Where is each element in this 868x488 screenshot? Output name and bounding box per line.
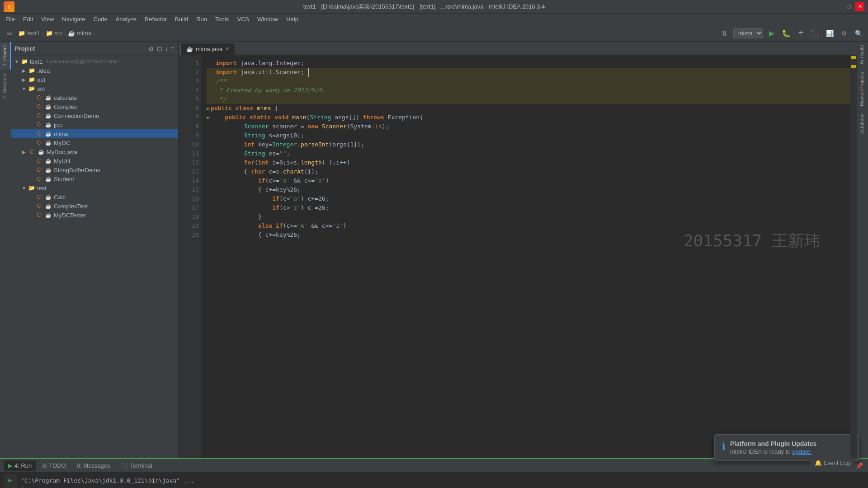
run-output: "C:\Program Files\Java\jdk1.8.0_121\bin\… (17, 474, 864, 488)
connection-file-icon: ☕ (44, 112, 52, 119)
run-pin-btn[interactable]: 📌 (854, 461, 864, 471)
settings-button[interactable]: ⚙ (838, 28, 850, 39)
tree-item-calc[interactable]: C ☕ Calc (11, 192, 178, 202)
tree-item-mima[interactable]: C ☕ mima (11, 129, 178, 138)
stop-button[interactable]: ⬛ (809, 28, 821, 39)
tree-item-complextest[interactable]: C ☕ ComplexTest (11, 202, 178, 211)
menu-window[interactable]: Window (254, 14, 282, 24)
tree-item-mydc[interactable]: C ☕ MyDC (11, 138, 178, 147)
maximize-button[interactable]: □ (844, 2, 854, 11)
menu-help[interactable]: Help (283, 14, 302, 24)
tree-item-myutil[interactable]: C ☕ MyUtil (11, 156, 178, 165)
editor-tab-mima[interactable]: ☕ mima.java ✕ (180, 43, 235, 55)
tree-item-test[interactable]: ▼ 📂 test (11, 183, 178, 192)
src-folder-icon: 📂 (28, 85, 36, 92)
tree-toolbar-settings[interactable]: ⚙ (148, 45, 154, 52)
tree-item-calculate[interactable]: C ☕ calculate (11, 93, 178, 102)
tree-item-student[interactable]: C ☕ Student (11, 174, 178, 183)
tree-item-complex[interactable]: C ☕ Complex (11, 102, 178, 111)
code-line-20: { c+=key%26; (207, 230, 851, 239)
tab-close-mima[interactable]: ✕ (225, 46, 229, 52)
structure-panel-tab[interactable]: 2: Structure (0, 70, 11, 103)
run-config-select[interactable]: mima (733, 28, 763, 38)
run-sidebar: ▶ ↩ ⬛ ⏸ 📋 ⊞ ≡ (4, 474, 17, 488)
run-play-btn[interactable]: ▶ (5, 476, 15, 484)
tree-content: ▼ 📁 text1 D:\daima\java实验\20155317\text1… (11, 56, 178, 458)
messages-tab[interactable]: 0: Messages (72, 460, 115, 471)
coverage-button[interactable]: ☂ (795, 28, 807, 39)
tree-item-connection-demo[interactable]: C ☕ ConnectionDemo (11, 111, 178, 120)
code-content[interactable]: import java.lang.Integer; import java.ut… (201, 55, 857, 458)
myutil-file-icon: ☕ (44, 157, 52, 164)
tree-item-idea[interactable]: ▶ 📁 .idea (11, 66, 178, 75)
breadcrumb-mima[interactable]: mima (77, 30, 91, 37)
close-button[interactable]: ✕ (855, 2, 864, 11)
project-panel-tab[interactable]: 1: Project (0, 42, 11, 70)
calculate-icon: C (35, 94, 43, 101)
menu-run[interactable]: Run (193, 14, 211, 24)
tree-label-complex: Complex (54, 103, 77, 110)
menu-code[interactable]: Code (90, 14, 111, 24)
left-panel-tabs: 1: Project 2: Structure (0, 42, 11, 458)
tree-toolbar-options[interactable]: ≡ (171, 45, 175, 52)
editor-area: ☕ mima.java ✕ 1 2 3 4 5 6 7 8 9 10 (179, 42, 857, 458)
tree-item-src[interactable]: ▼ 📂 src (11, 84, 178, 93)
myutil-icon: C (35, 157, 43, 164)
nav-sync-icon[interactable]: ⇅ (719, 28, 731, 39)
breadcrumb-src-icon: 📁 (46, 30, 53, 37)
breadcrumb-project-icon: 📁 (18, 30, 25, 37)
menu-vcs[interactable]: VCS (233, 14, 253, 24)
tree-label-calculate: calculate (54, 94, 77, 101)
menu-view[interactable]: View (38, 14, 57, 24)
tree-item-mydoc[interactable]: ▶ C ☕ MyDoc.java (11, 147, 178, 156)
breadcrumb: 📁 text1 › 📁 src › ☕ mima › (18, 30, 95, 37)
maven-projects-tab[interactable]: Maven Projects (857, 68, 868, 110)
tree-toolbar-scroll[interactable]: ↕ (165, 45, 168, 52)
code-line-7: ▶ public static void main ( String args[… (207, 113, 851, 122)
event-log-tab[interactable]: 🔔 Event Log (810, 458, 854, 468)
code-line-4: * Created by wang on 2017/5/4. (207, 86, 851, 95)
run-tab[interactable]: ▶ 4: Run (4, 460, 36, 471)
profile-button[interactable]: 📊 (824, 28, 835, 39)
run-rerun-btn[interactable]: ↩ (5, 486, 15, 488)
terminal-tab[interactable]: ⬛ Terminal (117, 460, 157, 471)
run-button[interactable]: ▶ (766, 28, 778, 39)
debug-button[interactable]: 🐛 (780, 28, 792, 39)
menu-refactor[interactable]: Refactor (141, 14, 170, 24)
notification-link[interactable]: update. (792, 448, 811, 455)
code-line-2: import java.util.Scanner; (207, 68, 851, 77)
code-line-13: { char c=s. charAt (i); (207, 167, 851, 176)
tree-arrow-src: ▼ (20, 86, 28, 91)
search-everywhere-button[interactable]: 🔍 (853, 28, 864, 39)
tree-label-stringbuffer: StringBufferDemo (54, 167, 100, 174)
tree-label-mydc: MyDC (54, 140, 70, 146)
todo-tab[interactable]: 6: TODO (38, 460, 71, 471)
breadcrumb-mima-icon: ☕ (68, 30, 75, 37)
connection-icon: C (35, 112, 43, 119)
menu-file[interactable]: File (2, 14, 19, 24)
menu-edit[interactable]: Edit (19, 14, 37, 24)
code-editor[interactable]: 1 2 3 4 5 6 7 8 9 10 11 12 13 14 15 16 1… (179, 55, 857, 458)
breadcrumb-sep3: › (93, 30, 95, 37)
menu-navigate[interactable]: Navigate (58, 14, 89, 24)
database-tab[interactable]: Database (857, 110, 868, 138)
tree-toolbar-collapse[interactable]: ⊟ (157, 45, 162, 52)
breadcrumb-text1[interactable]: text1 (27, 30, 40, 37)
menu-build[interactable]: Build (171, 14, 192, 24)
bottom-tabs: ▶ 4: Run 6: TODO 0: Messages ⬛ Terminal … (0, 459, 868, 473)
minimize-button[interactable]: ─ (834, 2, 843, 11)
ant-build-tab[interactable]: Ant build (857, 42, 868, 68)
tree-item-out[interactable]: ▶ 📁 out (11, 75, 178, 84)
tree-item-mydctester[interactable]: C ☕ MyDCTester (11, 211, 178, 220)
nav-back-button[interactable]: ⇔ (4, 28, 15, 39)
tree-item-stringbuffer[interactable]: C ☕ StringBufferDemo (11, 165, 178, 174)
tree-item-jjcc[interactable]: C ☕ jjcc (11, 120, 178, 129)
breadcrumb-src[interactable]: src (55, 30, 62, 37)
messages-tab-label: 0: Messages (77, 462, 110, 469)
code-line-19: else if (c>= 'A' && c<= 'Z' ) (207, 221, 851, 230)
menu-tools[interactable]: Tools (212, 14, 232, 24)
mydctester-file-icon: ☕ (44, 211, 52, 219)
tab-label-mima: mima.java (196, 46, 222, 52)
menu-analyze[interactable]: Analyze (112, 14, 140, 24)
tree-item-text1[interactable]: ▼ 📁 text1 D:\daima\java实验\20155317\text1 (11, 57, 178, 66)
